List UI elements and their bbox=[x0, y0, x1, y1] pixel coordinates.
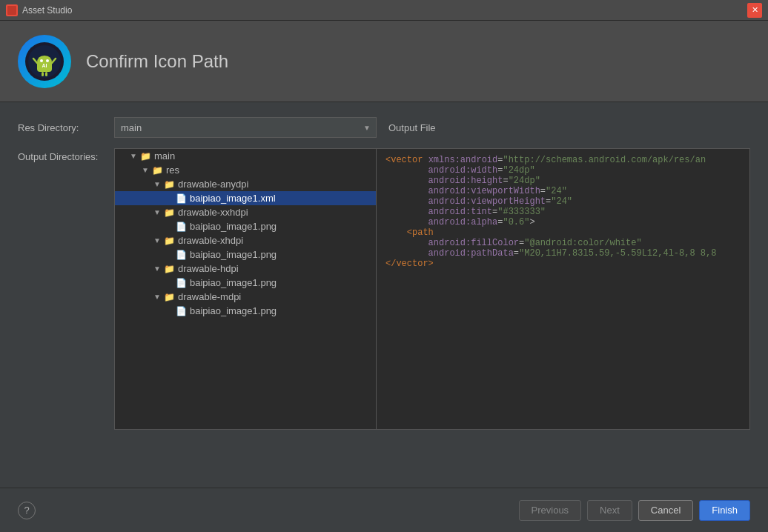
footer-right: Previous Next Cancel Finish bbox=[519, 500, 750, 521]
tree-label-png-xxhdpi: baipiao_image1.png bbox=[190, 221, 277, 232]
help-button[interactable]: ? bbox=[18, 502, 36, 519]
tree-item-png-xhdpi[interactable]: 📄 baipiao_image1.png bbox=[115, 247, 376, 262]
header: AI Confirm Icon Path bbox=[0, 21, 768, 102]
folder-icon-main: 📁 bbox=[140, 151, 151, 162]
next-button[interactable]: Next bbox=[587, 500, 632, 521]
page-title: Confirm Icon Path bbox=[86, 51, 228, 72]
png-file-icon-xhdpi: 📄 bbox=[176, 250, 187, 260]
tree-label-hdpi: drawable-hdpi bbox=[178, 263, 239, 274]
folder-icon-xxhdpi: 📁 bbox=[164, 207, 175, 218]
tree-label-mdpi: drawable-mdpi bbox=[178, 291, 241, 302]
tree-item-drawable-anydpi[interactable]: ▼ 📁 drawable-anydpi bbox=[115, 177, 376, 191]
tree-label-png-mdpi: baipiao_image1.png bbox=[190, 305, 277, 316]
tree-arrow-res: ▼ bbox=[142, 166, 152, 174]
tree-arrow-main: ▼ bbox=[130, 152, 140, 160]
png-file-icon-mdpi: 📄 bbox=[176, 306, 187, 316]
svg-text:AI: AI bbox=[42, 63, 47, 68]
tree-item-png-hdpi[interactable]: 📄 baipiao_image1.png bbox=[115, 276, 376, 290]
tree-label-xhdpi: drawable-xhdpi bbox=[178, 235, 243, 246]
folder-icon-mdpi: 📁 bbox=[164, 292, 175, 302]
tree-item-xhdpi[interactable]: ▼ 📁 drawable-xhdpi bbox=[115, 233, 376, 247]
footer: ? Previous Next Cancel Finish bbox=[0, 488, 768, 532]
app-logo: AI bbox=[18, 35, 71, 88]
previous-button[interactable]: Previous bbox=[519, 500, 582, 521]
tree-item-mdpi[interactable]: ▼ 📁 drawable-mdpi bbox=[115, 290, 376, 304]
code-panel: <vector xmlns:android="http://schemas.an… bbox=[377, 148, 750, 430]
main-content: Res Directory: main ▼ Output File Output… bbox=[0, 102, 768, 488]
png-file-icon-hdpi: 📄 bbox=[176, 278, 187, 288]
directories-row: Output Directories: ▼ 📁 main ▼ 📁 res bbox=[18, 148, 750, 430]
tree-arrow-xxhdpi: ▼ bbox=[153, 208, 164, 216]
tree-item-hdpi[interactable]: ▼ 📁 drawable-hdpi bbox=[115, 262, 376, 276]
tree-arrow-anydpi: ▼ bbox=[153, 180, 164, 188]
cancel-button[interactable]: Cancel bbox=[638, 500, 693, 521]
tree-item-res[interactable]: ▼ 📁 res bbox=[115, 163, 376, 177]
res-directory-select-wrapper: main ▼ bbox=[114, 117, 377, 138]
res-directory-label: Res Directory: bbox=[18, 122, 114, 133]
app-icon bbox=[6, 4, 18, 16]
png-file-icon-xxhdpi: 📄 bbox=[176, 222, 187, 232]
tree-label-main: main bbox=[154, 150, 175, 162]
title-bar-text: Asset Studio bbox=[22, 5, 747, 16]
tree-label-xml: baipiao_image1.xml bbox=[190, 193, 276, 204]
folder-icon-anydpi: 📁 bbox=[164, 179, 175, 190]
file-tree[interactable]: ▼ 📁 main ▼ 📁 res ▼ 📁 drawable-anydpi bbox=[114, 148, 377, 430]
res-directory-row: Res Directory: main ▼ Output File bbox=[18, 117, 750, 138]
tree-item-png-mdpi[interactable]: 📄 baipiao_image1.png bbox=[115, 304, 376, 318]
folder-icon-res: 📁 bbox=[152, 165, 163, 176]
svg-point-8 bbox=[46, 59, 49, 62]
folder-icon-hdpi: 📁 bbox=[164, 264, 175, 274]
svg-rect-3 bbox=[42, 72, 44, 76]
res-directory-select[interactable]: main bbox=[114, 117, 377, 138]
tree-item-main[interactable]: ▼ 📁 main bbox=[115, 149, 376, 163]
tree-label-xxhdpi: drawable-xxhdpi bbox=[178, 207, 248, 218]
svg-point-7 bbox=[40, 59, 43, 62]
tree-item-xml[interactable]: 📄 baipiao_image1.xml bbox=[115, 191, 376, 205]
tree-arrow-xhdpi: ▼ bbox=[153, 236, 164, 245]
tree-label-anydpi: drawable-anydpi bbox=[178, 179, 248, 190]
output-file-label: Output File bbox=[388, 122, 436, 133]
output-directories-label: Output Directories: bbox=[18, 148, 114, 162]
footer-left: ? bbox=[18, 502, 36, 519]
svg-rect-4 bbox=[45, 72, 47, 76]
finish-button[interactable]: Finish bbox=[699, 500, 750, 521]
tree-label-res: res bbox=[166, 164, 179, 176]
title-bar: Asset Studio ✕ bbox=[0, 0, 768, 21]
tree-arrow-mdpi: ▼ bbox=[153, 293, 164, 301]
xml-file-icon: 📄 bbox=[176, 193, 187, 204]
tree-item-xxhdpi[interactable]: ▼ 📁 drawable-xxhdpi bbox=[115, 205, 376, 219]
tree-arrow-hdpi: ▼ bbox=[153, 265, 164, 273]
close-button[interactable]: ✕ bbox=[747, 3, 762, 18]
tree-label-png-hdpi: baipiao_image1.png bbox=[190, 277, 277, 288]
tree-label-png-xhdpi: baipiao_image1.png bbox=[190, 249, 277, 260]
svg-rect-0 bbox=[7, 6, 16, 15]
tree-item-png-xxhdpi[interactable]: 📄 baipiao_image1.png bbox=[115, 219, 376, 233]
folder-icon-xhdpi: 📁 bbox=[164, 236, 175, 246]
